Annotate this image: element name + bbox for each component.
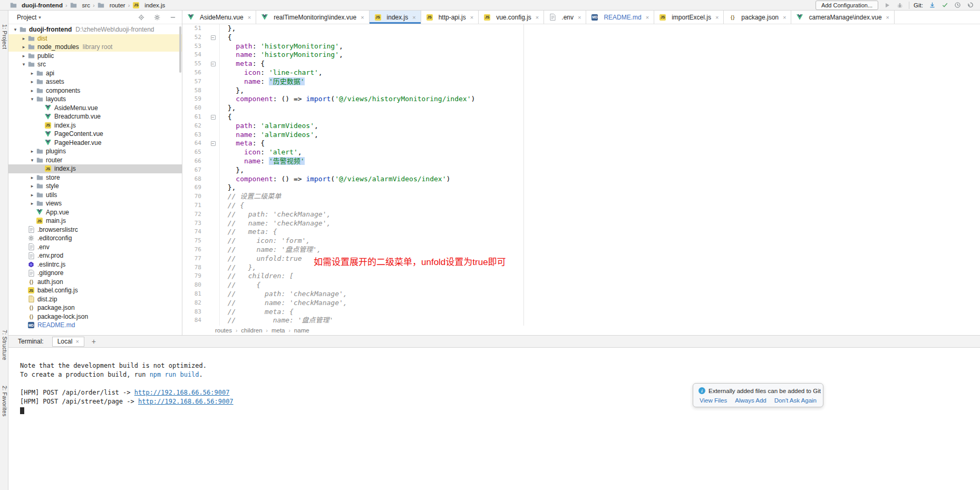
tree-item[interactable]: JSmain.js [8, 217, 182, 226]
tree-item[interactable]: PageContent.vue [8, 130, 182, 139]
chevron-right-icon[interactable]: ▸ [28, 183, 36, 189]
editor-tab[interactable]: JSindex.js× [370, 11, 421, 24]
tree-item[interactable]: .env.prod [8, 251, 182, 260]
fold-icon[interactable]: − [207, 139, 219, 148]
tab-close-icon[interactable]: × [470, 14, 473, 21]
tree-item[interactable]: .browserslistrc [8, 226, 182, 234]
editor-tab[interactable]: JSvue.config.js× [479, 11, 544, 24]
tab-close-icon[interactable]: × [361, 14, 364, 21]
chevron-down-icon[interactable]: ▾ [12, 27, 19, 32]
terminal-tab-local[interactable]: Local × [52, 337, 84, 347]
editor-tab[interactable]: AsideMenu.vue× [182, 11, 256, 24]
tree-item[interactable]: ▸store [8, 173, 182, 182]
chevron-right-icon[interactable]: ▸ [28, 88, 36, 93]
tree-item[interactable]: ▸plugins [8, 147, 182, 156]
editor-tab[interactable]: { }package.json× [724, 11, 791, 24]
fold-icon[interactable]: − [207, 60, 219, 68]
breadcrumb-item[interactable]: JSindex.js [132, 2, 165, 8]
chevron-right-icon[interactable]: ▸ [28, 79, 36, 84]
add-configuration-button[interactable]: Add Configuration... [816, 1, 878, 10]
tab-close-icon[interactable]: × [248, 14, 251, 21]
chevron-right-icon[interactable]: ▸ [28, 149, 36, 154]
tab-close-icon[interactable]: × [578, 14, 581, 21]
tree-item[interactable]: JSbabel.config.js [8, 286, 182, 295]
chevron-right-icon[interactable]: ▸ [28, 175, 36, 180]
editor-tab[interactable]: realTimeMonitoring\index.vue× [256, 11, 369, 24]
tree-item[interactable]: { }auth.json [8, 278, 182, 287]
breadcrumb-item[interactable]: router [98, 2, 125, 8]
tree-item[interactable]: ▾router [8, 156, 182, 165]
scrollbar-thumb[interactable] [179, 26, 181, 73]
dont-ask-again-link[interactable]: Don't Ask Again [774, 397, 817, 404]
tree-item[interactable]: .editorconfig [8, 234, 182, 243]
add-terminal-icon[interactable]: + [92, 337, 96, 346]
fold-icon[interactable]: − [207, 113, 219, 122]
debug-icon[interactable] [895, 1, 905, 10]
code-editor[interactable]: 51 },52− {53 path: 'historyMonitoring',5… [182, 24, 980, 326]
tree-item[interactable]: MDREADME.md [8, 321, 182, 330]
tree-item[interactable]: ▸assets [8, 77, 182, 86]
terminal-output[interactable]: Note that the development build is not o… [8, 348, 980, 490]
tree-item[interactable]: { }package-lock.json [8, 312, 182, 321]
tree-item[interactable]: AsideMenu.vue [8, 104, 182, 113]
tree-item[interactable]: dist.zip [8, 295, 182, 304]
chevron-right-icon[interactable]: ▸ [20, 53, 27, 58]
tool-window-button-project[interactable]: 1: Project [1, 24, 8, 49]
fold-icon[interactable]: − [207, 33, 219, 42]
close-icon[interactable]: × [75, 338, 79, 345]
tab-close-icon[interactable]: × [783, 14, 786, 21]
tree-item[interactable]: ▸public [8, 52, 182, 61]
history-icon[interactable] [953, 1, 962, 10]
project-view-selector[interactable]: Project ▾ [17, 14, 41, 21]
tree-item[interactable]: ▸views [8, 199, 182, 208]
tree-item[interactable]: ▸components [8, 86, 182, 95]
tree-item[interactable]: ▾duoji-frontendD:\zheheWeb\duoji-fronten… [8, 25, 182, 34]
tree-item[interactable]: .eslintrc.js [8, 260, 182, 269]
tab-close-icon[interactable]: × [886, 14, 889, 21]
editor-tab[interactable]: MDREADME.md× [586, 11, 654, 24]
rollback-icon[interactable] [965, 1, 975, 10]
tree-item[interactable]: Breadcrumb.vue [8, 112, 182, 121]
tree-item[interactable]: .gitignore [8, 269, 182, 278]
tool-window-button-favorites[interactable]: 2: Favorites [1, 386, 8, 416]
editor-breadcrumb-item[interactable]: name [294, 327, 309, 334]
tree-item[interactable]: ▸style [8, 182, 182, 191]
tree-item[interactable]: ▸dist [8, 34, 182, 43]
chevron-down-icon[interactable]: ▾ [20, 62, 27, 67]
editor-tab[interactable]: JSimportExcel.js× [654, 11, 724, 24]
chevron-down-icon[interactable]: ▾ [28, 96, 36, 102]
breadcrumb-item[interactable]: duoji-frontend [9, 2, 63, 8]
editor-breadcrumb-item[interactable]: routes [215, 327, 232, 334]
chevron-right-icon[interactable]: ▸ [28, 192, 36, 198]
tree-item[interactable]: JSindex.js [8, 164, 182, 173]
editor-tab[interactable]: .env× [544, 11, 586, 24]
always-add-link[interactable]: Always Add [735, 397, 766, 404]
tree-item[interactable]: { }package.json [8, 303, 182, 312]
hide-panel-icon[interactable] [168, 13, 178, 22]
editor-tab[interactable]: cameraManage\index.vue× [791, 11, 895, 24]
locate-file-icon[interactable] [137, 13, 146, 22]
editor-tab[interactable]: JShttp-api.js× [421, 11, 479, 24]
tree-item[interactable]: PageHeader.vue [8, 139, 182, 148]
run-icon[interactable] [882, 1, 892, 10]
view-files-link[interactable]: View Files [700, 397, 727, 404]
tab-close-icon[interactable]: × [412, 14, 415, 21]
tree-item[interactable]: App.vue [8, 208, 182, 217]
chevron-right-icon[interactable]: ▸ [28, 201, 36, 206]
editor-breadcrumb-item[interactable]: children [241, 327, 262, 334]
tab-close-icon[interactable]: × [715, 14, 719, 21]
tree-item[interactable]: ▾layouts [8, 95, 182, 104]
commit-icon[interactable] [940, 1, 949, 10]
tree-item[interactable]: JSindex.js [8, 121, 182, 130]
tree-item[interactable]: ▸node_moduleslibrary root [8, 43, 182, 52]
chevron-right-icon[interactable]: ▸ [20, 36, 27, 41]
terminal-link[interactable]: http://192.168.66.56:9007 [134, 389, 230, 396]
tree-item[interactable]: ▾src [8, 60, 182, 69]
chevron-right-icon[interactable]: ▸ [28, 71, 36, 76]
tree-item[interactable]: ▸utils [8, 191, 182, 200]
tool-window-button-structure[interactable]: 7: Structure [1, 330, 8, 360]
editor-breadcrumb-item[interactable]: meta [271, 327, 285, 334]
tree-item[interactable]: .env [8, 243, 182, 252]
chevron-right-icon[interactable]: ▸ [20, 44, 27, 50]
tab-close-icon[interactable]: × [646, 14, 649, 21]
